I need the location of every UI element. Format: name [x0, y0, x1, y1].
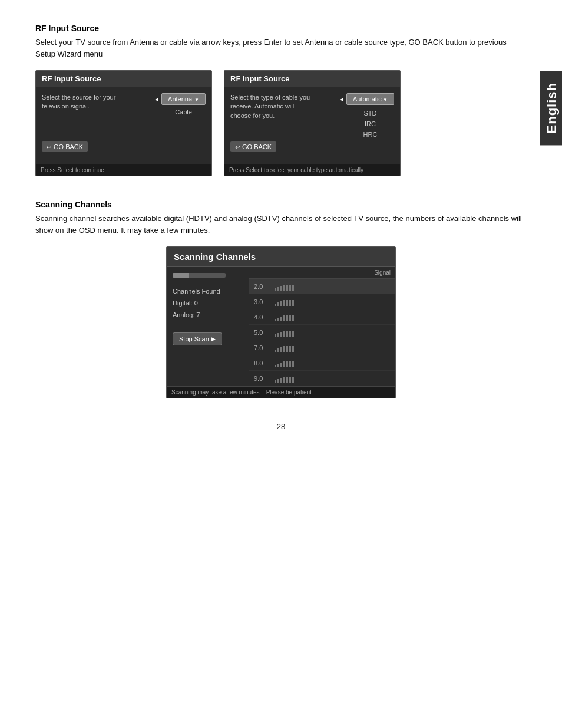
scanning-section-description: Scanning channel searches available digi…	[35, 213, 527, 236]
channel-number: 5.0	[254, 329, 275, 336]
signal-bars	[275, 282, 294, 291]
channel-number: 3.0	[254, 298, 275, 305]
table-row: 3.0	[249, 294, 395, 309]
channel-number: 4.0	[254, 314, 275, 321]
go-back-icon-right: ↩	[235, 144, 240, 150]
scanning-panel-body: Channels Found Digital: 0 Analog: 7 Stop…	[167, 267, 395, 386]
table-row: 8.0	[249, 355, 395, 371]
channel-number: 9.0	[254, 375, 275, 382]
table-row: 7.0	[249, 340, 395, 355]
hrc-option[interactable]: HRC	[346, 131, 394, 138]
rf-panel-left-body: Select the source for your television si…	[36, 87, 211, 164]
rf-panel-right-body: Select the type of cable you receive. Au…	[224, 87, 400, 164]
table-row: 2.0	[249, 279, 395, 294]
rf-right-go-back[interactable]: ↩ GO BACK	[230, 141, 276, 152]
scan-left: Channels Found Digital: 0 Analog: 7 Stop…	[167, 267, 249, 386]
cable-plain-options: STD IRC HRC	[346, 110, 394, 138]
scan-progress-fill	[173, 273, 189, 278]
channel-number: 8.0	[254, 360, 275, 367]
stop-scan-label: Stop Scan	[179, 335, 209, 342]
digital-count: Digital: 0	[173, 298, 243, 309]
rf-panel-right: RF Input Source Select the type of cable…	[224, 70, 401, 176]
signal-bars	[275, 298, 294, 306]
scan-right: Signal 2.0	[249, 267, 395, 386]
signal-bars	[275, 359, 294, 367]
rf-panel-left-title: RF Input Source	[36, 71, 211, 87]
go-back-icon: ↩	[47, 144, 51, 150]
table-row: 4.0	[249, 309, 395, 325]
automatic-option[interactable]: Automatic	[346, 93, 394, 105]
rf-panels: RF Input Source Select the source for yo…	[35, 70, 527, 176]
stop-scan-button[interactable]: Stop Scan ▶	[173, 332, 222, 345]
rf-left-options: Antenna Cable	[161, 93, 206, 117]
signal-bars	[275, 344, 294, 352]
rf-panel-left: RF Input Source Select the source for yo…	[35, 70, 212, 176]
rf-section-description: Select your TV source from Antenna or ca…	[35, 37, 527, 60]
scanning-panel-footer: Scanning may take a few minutes – Please…	[167, 386, 395, 398]
rf-panel-left-footer: Press Select to continue	[36, 164, 211, 176]
std-option[interactable]: STD	[346, 110, 394, 117]
rf-section-header: RF Input Source	[35, 24, 527, 33]
rf-panel-right-footer: Press Select to select your cable type a…	[224, 164, 400, 176]
rf-left-go-back[interactable]: ↩ GO BACK	[42, 141, 88, 152]
cable-option[interactable]: Cable	[161, 107, 206, 117]
scanning-panel-title: Scanning Channels	[167, 247, 395, 267]
cable-options: Automatic STD IRC HRC	[346, 93, 394, 138]
scanning-panel: Scanning Channels Channels Found Digital…	[166, 246, 396, 398]
scan-info: Channels Found Digital: 0 Analog: 7	[173, 286, 243, 321]
irc-option[interactable]: IRC	[346, 120, 394, 127]
rf-panel-right-title: RF Input Source	[224, 71, 400, 87]
channel-number: 2.0	[254, 283, 275, 290]
analog-count: Analog: 7	[173, 309, 243, 321]
table-row: 9.0	[249, 371, 395, 386]
signal-column-header: Signal	[374, 269, 391, 276]
signal-bars	[275, 313, 294, 321]
scanning-section: Scanning Channels Scanning channel searc…	[35, 200, 527, 398]
antenna-option[interactable]: Antenna	[161, 93, 206, 105]
page-number: 28	[35, 422, 527, 431]
channels-found-label: Channels Found	[173, 286, 243, 298]
scanning-panel-wrapper: Scanning Channels Channels Found Digital…	[35, 246, 527, 398]
scan-progress-bar	[173, 273, 226, 278]
scanning-section-header: Scanning Channels	[35, 200, 527, 209]
channel-number: 7.0	[254, 344, 275, 351]
scan-header-row: Signal	[249, 267, 395, 279]
table-row: 5.0	[249, 325, 395, 340]
stop-scan-arrow-icon: ▶	[211, 336, 216, 342]
signal-bars	[275, 328, 294, 337]
signal-bars	[275, 374, 294, 383]
